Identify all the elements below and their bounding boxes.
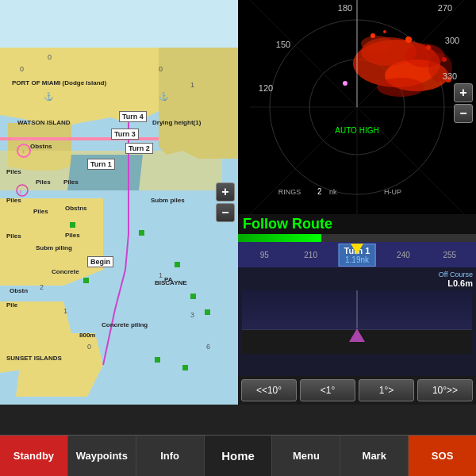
chart-piles-5: Piles <box>33 208 48 215</box>
waypoint-bar: 95 210 225 240 255 Turn 1 1.19nk <box>238 242 476 267</box>
bottom-nav-bar: Standby Waypoints Info Home Menu Mark SO… <box>0 435 476 476</box>
right-panel: 180 150 120 270 300 330 AUTO HIGH RINGS … <box>238 0 476 405</box>
chart-piles-7: Piles <box>6 232 21 240</box>
svg-rect-26 <box>155 357 160 363</box>
off-course-display: Off Course L0.6m <box>439 271 473 288</box>
nav-mark-button[interactable]: Mark <box>340 436 409 476</box>
wp-dist: 1.19nk <box>344 255 370 264</box>
svg-text:⚓: ⚓ <box>44 91 54 102</box>
chart-label-sunset: SUNSET ISLANDS <box>6 355 62 362</box>
nav-menu-button[interactable]: Menu <box>272 436 340 476</box>
chart-label-obstns2: Obstns <box>65 205 87 212</box>
radar-panel: 180 150 120 270 300 330 AUTO HIGH RINGS … <box>238 0 476 214</box>
svg-point-50 <box>383 30 386 33</box>
off-course-label: Off Course <box>439 271 473 278</box>
heading-area: Off Course L0.6m <box>238 267 476 376</box>
svg-marker-9 <box>159 48 238 159</box>
svg-text:3: 3 <box>190 311 194 319</box>
nav-standby-button[interactable]: Standby <box>0 436 68 476</box>
nav-sos-button[interactable]: SOS <box>409 436 476 476</box>
chart-label-concrete: Concrete <box>52 268 79 275</box>
chart-piles-4: Piles <box>6 197 21 204</box>
wp-triangle-icon <box>351 244 363 255</box>
nav-instruments: Follow Route 95 210 225 240 255 <box>238 214 476 405</box>
chart-waypoint-turn1: Turn 1 <box>87 159 115 170</box>
steer-left-1-button[interactable]: <1° <box>300 379 355 401</box>
chart-zoom-out-button[interactable]: − <box>216 203 235 222</box>
off-course-value: L0.6m <box>439 278 473 288</box>
nav-waypoints-button[interactable]: Waypoints <box>68 436 136 476</box>
steer-right-1-button[interactable]: 1°> <box>359 379 414 401</box>
chart-label-800m: 800m <box>79 332 95 339</box>
svg-text:+: + <box>21 148 25 155</box>
svg-rect-23 <box>139 230 144 236</box>
svg-text:0: 0 <box>159 65 163 73</box>
svg-text:0: 0 <box>87 343 91 351</box>
follow-route-banner: Follow Route <box>238 214 476 234</box>
svg-text:1: 1 <box>63 307 67 315</box>
speed-bar <box>238 234 476 242</box>
svg-text:6: 6 <box>206 343 210 351</box>
nav-home-button[interactable]: Home <box>205 436 273 476</box>
steer-right-10-button[interactable]: 10°>> <box>417 379 473 401</box>
radar-zoom-in-button[interactable]: + <box>454 83 473 102</box>
svg-text:330: 330 <box>443 71 457 81</box>
svg-rect-24 <box>175 262 180 267</box>
svg-text:150: 150 <box>276 40 290 49</box>
svg-point-55 <box>343 81 347 86</box>
wp-num-5: 255 <box>427 251 473 259</box>
svg-text:2: 2 <box>317 187 322 196</box>
wp-num-1: 95 <box>241 251 287 259</box>
chart-label-pile: Pile <box>6 301 17 309</box>
main-content: 0 0 0 1 2 1 0 1 3 6 + <box>0 0 476 435</box>
svg-point-51 <box>405 36 412 43</box>
svg-text:H-UP: H-UP <box>384 188 401 196</box>
svg-text:300: 300 <box>445 36 459 45</box>
svg-text:1: 1 <box>159 271 163 279</box>
svg-point-49 <box>370 33 375 38</box>
speed-fill <box>238 234 321 242</box>
chart-label-pa: PA <box>164 276 173 283</box>
chart-label-subm-piling: Subm piling <box>36 244 72 251</box>
svg-text:⚓: ⚓ <box>159 91 169 102</box>
radar-zoom-controls: + − <box>454 83 473 123</box>
svg-text:0: 0 <box>20 65 24 73</box>
svg-rect-28 <box>205 309 210 315</box>
svg-text:120: 120 <box>259 83 273 93</box>
chart-waypoint-turn3: Turn 3 <box>111 129 139 140</box>
chart-piles-3: Piles <box>63 178 79 186</box>
svg-rect-22 <box>83 278 89 283</box>
chart-piles-6: Piles <box>65 232 80 239</box>
nav-info-button[interactable]: Info <box>136 436 205 476</box>
chart-zoom-controls: + − <box>216 182 235 222</box>
svg-text:i: i <box>20 188 21 195</box>
chart-panel: 0 0 0 1 2 1 0 1 3 6 + <box>0 0 238 405</box>
svg-text:270: 270 <box>438 3 452 13</box>
svg-rect-27 <box>182 365 188 370</box>
chart-label-obstns1: Obstns <box>30 143 52 150</box>
chart-label-subm-piles: Subm piles <box>151 197 185 204</box>
svg-rect-21 <box>70 222 75 228</box>
svg-point-47 <box>361 36 393 52</box>
svg-point-46 <box>377 78 424 97</box>
follow-route-text: Follow Route <box>243 216 332 232</box>
chart-piles-2: Piles <box>36 178 51 186</box>
radar-zoom-out-button[interactable]: − <box>454 104 473 123</box>
wp-num-4: 240 <box>380 251 426 259</box>
chart-label-drying: Drying height(1) <box>152 119 201 126</box>
chart-waypoint-turn2: Turn 2 <box>125 143 153 154</box>
svg-text:180: 180 <box>338 3 352 13</box>
svg-point-52 <box>426 45 431 50</box>
chart-waypoint-turn4: Turn 4 <box>119 111 147 122</box>
chart-label-port: PORT OF MIAMI (Dodge Island) <box>12 79 106 86</box>
wp-num-2: 210 <box>287 251 333 259</box>
chart-piles-1: Piles <box>6 168 21 175</box>
app: 0 0 0 1 2 1 0 1 3 6 + <box>0 0 476 476</box>
chart-label-concrete-piling: Concrete piling <box>102 321 148 328</box>
chart-zoom-in-button[interactable]: + <box>216 182 235 202</box>
steer-left-10-button[interactable]: <<10° <box>241 379 297 401</box>
chart-label-obstn: Obstn <box>10 287 28 294</box>
svg-text:RINGS: RINGS <box>278 188 301 196</box>
svg-text:nk: nk <box>329 188 337 196</box>
svg-text:2: 2 <box>40 283 44 291</box>
